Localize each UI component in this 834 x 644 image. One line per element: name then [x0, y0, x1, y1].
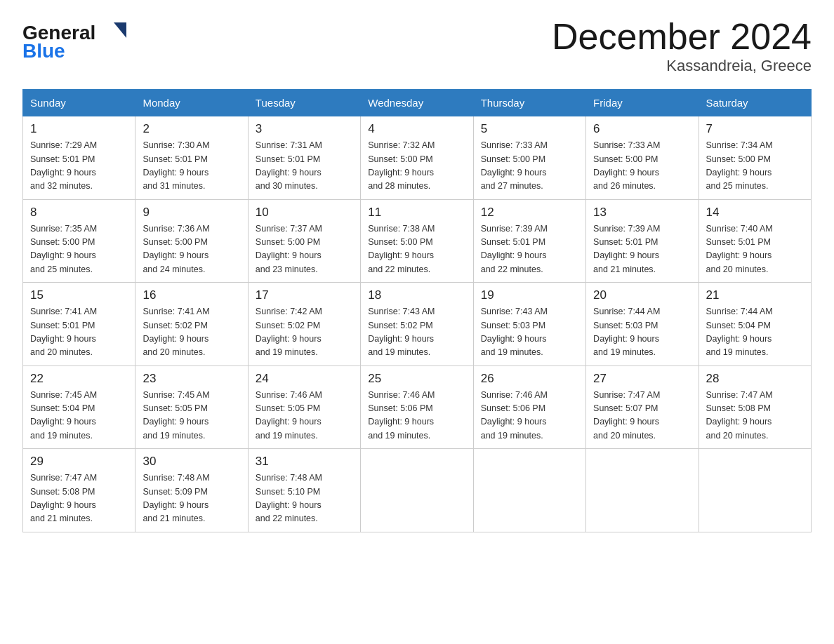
day-number: 10 [256, 206, 353, 220]
day-number: 7 [706, 122, 804, 136]
day-number: 13 [593, 206, 691, 220]
calendar-cell: 4 Sunrise: 7:32 AMSunset: 5:00 PMDayligh… [361, 116, 473, 200]
day-info: Sunrise: 7:45 AMSunset: 5:04 PMDaylight:… [30, 390, 97, 441]
calendar-cell: 30 Sunrise: 7:48 AMSunset: 5:09 PMDaylig… [135, 449, 248, 532]
calendar-table: SundayMondayTuesdayWednesdayThursdayFrid… [22, 89, 812, 532]
day-info: Sunrise: 7:46 AMSunset: 5:06 PMDaylight:… [481, 390, 548, 441]
day-number: 27 [593, 372, 691, 386]
week-row-4: 22 Sunrise: 7:45 AMSunset: 5:04 PMDaylig… [23, 365, 812, 449]
day-number: 18 [368, 288, 465, 302]
calendar-cell: 21 Sunrise: 7:44 AMSunset: 5:04 PMDaylig… [699, 283, 811, 366]
day-info: Sunrise: 7:43 AMSunset: 5:03 PMDaylight:… [481, 307, 548, 357]
calendar-cell: 8 Sunrise: 7:35 AMSunset: 5:00 PMDayligh… [23, 199, 135, 283]
logo: General Blue [22, 17, 135, 59]
calendar-cell: 19 Sunrise: 7:43 AMSunset: 5:03 PMDaylig… [473, 283, 585, 366]
calendar-cell: 24 Sunrise: 7:46 AMSunset: 5:05 PMDaylig… [248, 365, 360, 449]
calendar-cell: 16 Sunrise: 7:41 AMSunset: 5:02 PMDaylig… [135, 283, 248, 366]
calendar-cell: 5 Sunrise: 7:33 AMSunset: 5:00 PMDayligh… [473, 116, 585, 200]
col-header-thursday: Thursday [473, 90, 585, 116]
calendar-cell: 12 Sunrise: 7:39 AMSunset: 5:01 PMDaylig… [473, 199, 585, 283]
day-info: Sunrise: 7:39 AMSunset: 5:01 PMDaylight:… [481, 224, 548, 274]
day-info: Sunrise: 7:37 AMSunset: 5:00 PMDaylight:… [256, 224, 322, 274]
week-row-1: 1 Sunrise: 7:29 AMSunset: 5:01 PMDayligh… [23, 116, 812, 200]
calendar-cell [586, 449, 699, 532]
calendar-subtitle: Kassandreia, Greece [552, 57, 812, 75]
calendar-cell: 18 Sunrise: 7:43 AMSunset: 5:02 PMDaylig… [361, 283, 473, 366]
day-number: 24 [256, 372, 353, 386]
calendar-cell: 25 Sunrise: 7:46 AMSunset: 5:06 PMDaylig… [361, 365, 473, 449]
day-number: 29 [30, 455, 128, 469]
day-info: Sunrise: 7:46 AMSunset: 5:05 PMDaylight:… [256, 390, 322, 441]
day-number: 28 [706, 372, 804, 386]
day-number: 6 [593, 122, 691, 136]
day-number: 3 [256, 122, 353, 136]
day-number: 22 [30, 372, 128, 386]
day-number: 12 [481, 206, 578, 220]
calendar-cell: 10 Sunrise: 7:37 AMSunset: 5:00 PMDaylig… [248, 199, 360, 283]
day-info: Sunrise: 7:30 AMSunset: 5:01 PMDaylight:… [143, 140, 209, 191]
svg-text:Blue: Blue [22, 40, 65, 59]
day-info: Sunrise: 7:29 AMSunset: 5:01 PMDaylight:… [30, 140, 97, 191]
calendar-title: December 2024 [552, 17, 812, 57]
calendar-cell: 11 Sunrise: 7:38 AMSunset: 5:00 PMDaylig… [361, 199, 473, 283]
header-row: SundayMondayTuesdayWednesdayThursdayFrid… [23, 90, 812, 116]
logo-svg: General Blue [22, 17, 135, 59]
day-info: Sunrise: 7:47 AMSunset: 5:08 PMDaylight:… [30, 473, 97, 523]
day-info: Sunrise: 7:48 AMSunset: 5:10 PMDaylight:… [256, 473, 322, 523]
day-number: 15 [30, 288, 128, 302]
calendar-cell: 27 Sunrise: 7:47 AMSunset: 5:07 PMDaylig… [586, 365, 699, 449]
day-info: Sunrise: 7:41 AMSunset: 5:01 PMDaylight:… [30, 307, 97, 357]
calendar-cell: 26 Sunrise: 7:46 AMSunset: 5:06 PMDaylig… [473, 365, 585, 449]
calendar-cell: 9 Sunrise: 7:36 AMSunset: 5:00 PMDayligh… [135, 199, 248, 283]
col-header-friday: Friday [586, 90, 699, 116]
day-number: 25 [368, 372, 465, 386]
calendar-cell: 29 Sunrise: 7:47 AMSunset: 5:08 PMDaylig… [23, 449, 135, 532]
day-number: 23 [143, 372, 240, 386]
day-info: Sunrise: 7:32 AMSunset: 5:00 PMDaylight:… [368, 140, 435, 191]
day-number: 1 [30, 122, 128, 136]
col-header-monday: Monday [135, 90, 248, 116]
day-info: Sunrise: 7:35 AMSunset: 5:00 PMDaylight:… [30, 224, 97, 274]
day-info: Sunrise: 7:40 AMSunset: 5:01 PMDaylight:… [706, 224, 773, 274]
day-info: Sunrise: 7:48 AMSunset: 5:09 PMDaylight:… [143, 473, 209, 523]
calendar-cell: 6 Sunrise: 7:33 AMSunset: 5:00 PMDayligh… [586, 116, 699, 200]
day-info: Sunrise: 7:44 AMSunset: 5:04 PMDaylight:… [706, 307, 773, 357]
calendar-cell: 2 Sunrise: 7:30 AMSunset: 5:01 PMDayligh… [135, 116, 248, 200]
day-number: 2 [143, 122, 240, 136]
day-info: Sunrise: 7:44 AMSunset: 5:03 PMDaylight:… [593, 307, 660, 357]
day-info: Sunrise: 7:34 AMSunset: 5:00 PMDaylight:… [706, 140, 773, 191]
calendar-cell: 20 Sunrise: 7:44 AMSunset: 5:03 PMDaylig… [586, 283, 699, 366]
calendar-cell: 13 Sunrise: 7:39 AMSunset: 5:01 PMDaylig… [586, 199, 699, 283]
calendar-cell: 3 Sunrise: 7:31 AMSunset: 5:01 PMDayligh… [248, 116, 360, 200]
calendar-cell [361, 449, 473, 532]
day-info: Sunrise: 7:45 AMSunset: 5:05 PMDaylight:… [143, 390, 209, 441]
calendar-cell: 14 Sunrise: 7:40 AMSunset: 5:01 PMDaylig… [699, 199, 811, 283]
svg-marker-1 [114, 22, 126, 38]
day-number: 14 [706, 206, 804, 220]
week-row-2: 8 Sunrise: 7:35 AMSunset: 5:00 PMDayligh… [23, 199, 812, 283]
day-number: 5 [481, 122, 578, 136]
calendar-cell: 28 Sunrise: 7:47 AMSunset: 5:08 PMDaylig… [699, 365, 811, 449]
calendar-cell: 23 Sunrise: 7:45 AMSunset: 5:05 PMDaylig… [135, 365, 248, 449]
calendar-cell: 22 Sunrise: 7:45 AMSunset: 5:04 PMDaylig… [23, 365, 135, 449]
day-number: 20 [593, 288, 691, 302]
calendar-cell: 31 Sunrise: 7:48 AMSunset: 5:10 PMDaylig… [248, 449, 360, 532]
day-number: 17 [256, 288, 353, 302]
day-number: 11 [368, 206, 465, 220]
week-row-5: 29 Sunrise: 7:47 AMSunset: 5:08 PMDaylig… [23, 449, 812, 532]
day-info: Sunrise: 7:33 AMSunset: 5:00 PMDaylight:… [481, 140, 548, 191]
col-header-saturday: Saturday [699, 90, 811, 116]
day-number: 26 [481, 372, 578, 386]
day-number: 31 [256, 455, 353, 469]
day-number: 16 [143, 288, 240, 302]
calendar-cell [473, 449, 585, 532]
calendar-cell: 15 Sunrise: 7:41 AMSunset: 5:01 PMDaylig… [23, 283, 135, 366]
day-info: Sunrise: 7:47 AMSunset: 5:07 PMDaylight:… [593, 390, 660, 441]
week-row-3: 15 Sunrise: 7:41 AMSunset: 5:01 PMDaylig… [23, 283, 812, 366]
calendar-cell [699, 449, 811, 532]
day-info: Sunrise: 7:39 AMSunset: 5:01 PMDaylight:… [593, 224, 660, 274]
title-block: December 2024 Kassandreia, Greece [552, 17, 812, 75]
calendar-cell: 7 Sunrise: 7:34 AMSunset: 5:00 PMDayligh… [699, 116, 811, 200]
day-info: Sunrise: 7:41 AMSunset: 5:02 PMDaylight:… [143, 307, 209, 357]
calendar-cell: 17 Sunrise: 7:42 AMSunset: 5:02 PMDaylig… [248, 283, 360, 366]
